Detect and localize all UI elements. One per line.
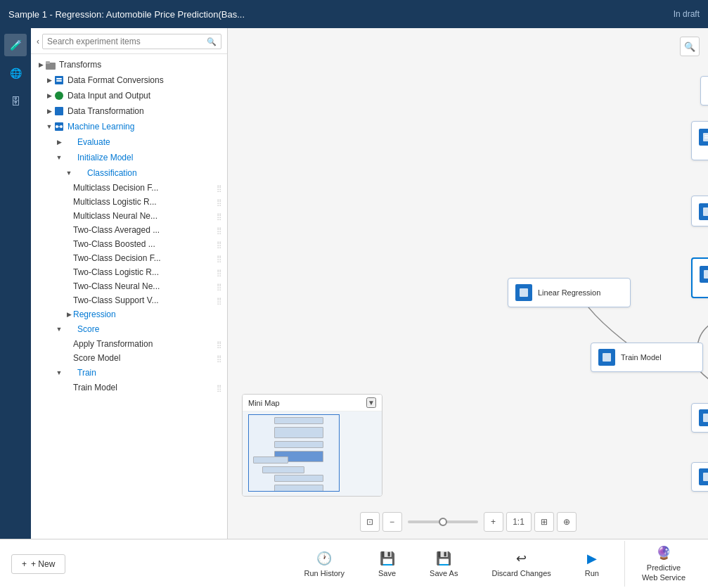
drag-handle: ⣿ (217, 241, 221, 248)
fit-button[interactable]: ⊡ (360, 512, 380, 532)
node-icon (699, 203, 708, 220)
tree-item-machine-learning[interactable]: ▼ Machine Learning (31, 119, 227, 134)
tree-item-twoclass-decision[interactable]: Two-Class Decision F... ⣿ (31, 251, 227, 265)
tree-item-twoclass-boosted[interactable]: Two-Class Boosted ... ⣿ (31, 237, 227, 251)
search-input[interactable] (47, 37, 207, 46)
svg-rect-26 (704, 270, 708, 279)
svg-rect-6 (55, 107, 63, 115)
node-auto-price[interactable]: Automobile price data (Raw) (700, 76, 708, 106)
node-icon (515, 284, 532, 301)
module-icon (53, 121, 65, 132)
svg-rect-22 (703, 133, 708, 141)
expand-button[interactable]: ⊞ (534, 512, 554, 532)
drag-handle: ⣿ (217, 297, 221, 305)
node-select-columns[interactable]: Select Columns in Dataset exclude normal… (691, 121, 708, 160)
tree-item-score[interactable]: ▼ Score (31, 321, 227, 337)
expand-icon: ▶ (45, 107, 53, 115)
tree-item-train-model-leaf[interactable]: Train Model ⣿ (31, 381, 227, 395)
tree-item-apply-transformation[interactable]: Apply Transformation ⣿ (31, 337, 227, 351)
node-train-model[interactable]: Train Model (591, 343, 703, 372)
tree-item-regression[interactable]: ▶ Regression (31, 307, 227, 321)
tree-label: Two-Class Decision F... (73, 253, 217, 263)
database-button[interactable]: 🗄 (4, 90, 27, 113)
tree-item-twoclass-logistic[interactable]: Two-Class Logistic R... ⣿ (31, 265, 227, 279)
globe-button[interactable]: 🌐 (4, 62, 27, 84)
discard-icon: ↩ (516, 551, 527, 566)
expand-icon: ▼ (55, 369, 63, 377)
node-icon (699, 468, 708, 485)
mini-map-title: Mini Map (248, 399, 280, 407)
node-linear-regression[interactable]: Linear Regression (508, 278, 631, 307)
node-clean-missing[interactable]: Clean Missing Data remove missing value … (691, 196, 708, 226)
tree-item-multiclass-logistic[interactable]: Multiclass Logistic R... ⣿ (31, 195, 227, 209)
save-button[interactable]: 💾 Save (370, 547, 404, 582)
tree-item-transforms[interactable]: ▶ Transforms (31, 57, 227, 72)
tree-label: Multiclass Neural Ne... (73, 211, 217, 221)
tree-item-twoclass-averaged[interactable]: Two-Class Averaged ... ⣿ (31, 223, 227, 237)
move-button[interactable]: ⊕ (557, 512, 577, 532)
expand-icon: ▶ (45, 91, 53, 100)
tree-item-init-model[interactable]: ▼ Initialize Model (31, 150, 227, 165)
save-as-icon: 💾 (436, 551, 451, 566)
run-button[interactable]: ▶ Run (577, 547, 607, 582)
tree-item-twoclass-support[interactable]: Two-Class Support V... ⣿ (31, 293, 227, 307)
run-label: Run (585, 569, 599, 577)
tree-item-multiclass-neural[interactable]: Multiclass Neural Ne... ⣿ (31, 209, 227, 223)
tree-item-classification[interactable]: ▼ Classification (31, 165, 227, 181)
run-history-button[interactable]: 🕐 Run History (296, 547, 353, 582)
mini-map-toggle[interactable]: ▼ (366, 397, 376, 408)
tree-item-train[interactable]: ▼ Train (31, 365, 227, 381)
svg-point-9 (60, 125, 63, 128)
node-icon (699, 409, 708, 426)
tree-item-twoclass-neural[interactable]: Two-Class Neural Ne... ⣿ (31, 279, 227, 293)
tree-label: Two-Class Logistic R... (73, 267, 217, 277)
tree-item-data-format[interactable]: ▶ Data Format Conversions (31, 72, 227, 88)
node-evaluate-model[interactable]: Evaluate Model (691, 462, 708, 492)
predict-label: Predictive Web Service (639, 563, 688, 582)
new-button[interactable]: + + New (11, 554, 65, 574)
predict-button[interactable]: 🔮 Predictive Web Service (624, 541, 697, 586)
save-icon: 💾 (380, 551, 395, 566)
tree-label: Two-Class Boosted ... (73, 239, 217, 249)
folder-icon (45, 59, 56, 70)
node-icon (699, 129, 708, 146)
folder-icon (63, 324, 75, 335)
node-icon (700, 266, 708, 283)
svg-rect-4 (56, 80, 62, 82)
folder-icon (63, 136, 75, 148)
expand-icon: ▼ (45, 122, 53, 131)
node-label: Linear Regression (538, 288, 600, 297)
node-split-data[interactable]: Split Data split the dataset into traini… (691, 257, 708, 298)
expand-icon: ▼ (55, 153, 63, 162)
expand-icon: ▶ (55, 138, 63, 146)
canvas-search-button[interactable]: 🔍 (680, 37, 700, 56)
tree-item-evaluate[interactable]: ▶ Evaluate (31, 134, 227, 150)
flask-button[interactable]: 🧪 (4, 34, 27, 56)
canvas-area: Automobile price data (Raw) Select Colum… (228, 28, 708, 539)
node-score-model[interactable]: Score Model (691, 403, 708, 433)
tree-item-multiclass-decision[interactable]: Multiclass Decision F... ⣿ (31, 181, 227, 195)
reset-zoom-button[interactable]: 1:1 (506, 512, 532, 532)
zoom-slider[interactable] (408, 520, 478, 523)
folder-icon (63, 367, 75, 378)
tree-item-data-input[interactable]: ▶ Data Input and Output (31, 88, 227, 103)
zoom-out-button[interactable]: − (382, 512, 402, 532)
tree-label: Two-Class Support V... (73, 295, 217, 305)
tree-label: Train (77, 368, 221, 378)
svg-rect-28 (603, 353, 611, 362)
save-as-button[interactable]: 💾 Save As (421, 547, 466, 582)
tree-item-data-transform[interactable]: ▶ Data Transformation (31, 103, 227, 119)
expand-icon: ▶ (37, 60, 45, 69)
top-bar: Sample 1 - Regression: Automobile Price … (0, 0, 708, 28)
module-icon (53, 75, 65, 86)
expand-icon: ▼ (65, 169, 73, 177)
tree-item-score-model-leaf[interactable]: Score Model ⣿ (31, 351, 227, 365)
zoom-in-button[interactable]: + (484, 512, 503, 532)
tree-label: Apply Transformation (73, 339, 217, 349)
tree-label: Data Transformation (67, 106, 221, 116)
collapse-button[interactable]: ‹ (37, 37, 39, 46)
discard-button[interactable]: ↩ Discard Changes (483, 547, 559, 582)
tree-content: ▶ Transforms ▶ Data Format Conversions (31, 54, 227, 539)
drag-handle: ⣿ (217, 283, 221, 290)
search-icon: 🔍 (207, 37, 217, 46)
